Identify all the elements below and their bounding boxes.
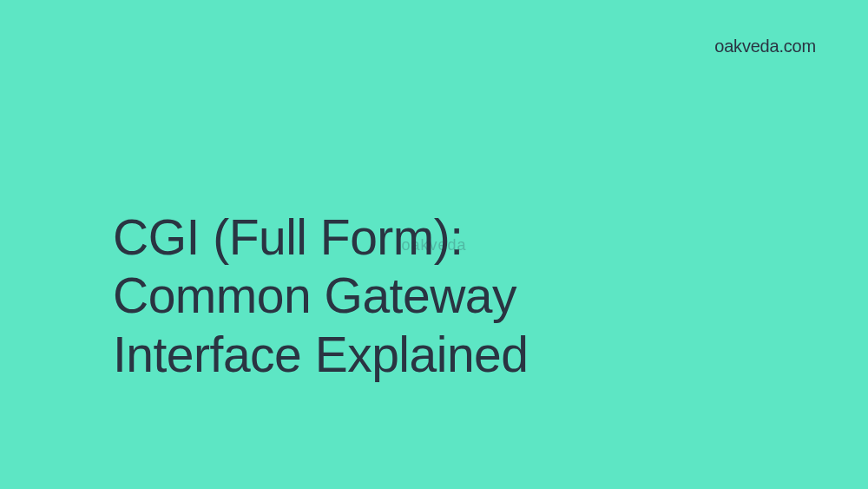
brand-label: oakveda.com (714, 36, 816, 56)
title-line-2: Common Gateway (113, 267, 528, 325)
watermark-text: oakveda (401, 235, 466, 254)
title-line-3: Interface Explained (113, 326, 528, 384)
